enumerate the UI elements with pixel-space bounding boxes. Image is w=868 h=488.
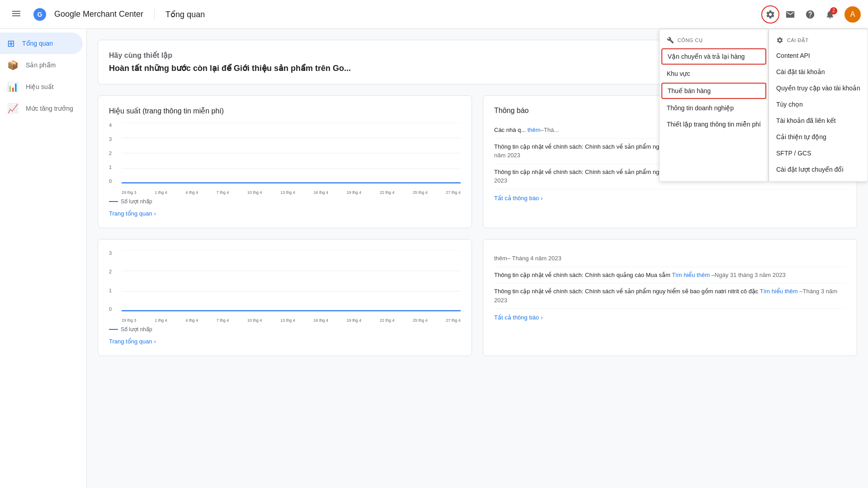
settings-button[interactable] [761, 5, 779, 23]
menu-sftp-gcs[interactable]: SFTP / GCS [769, 145, 868, 161]
performance-title-1: Hiệu suất (trang thông tin miễn phí) [109, 107, 461, 115]
sidebar-item-tong-quan[interactable]: ⊞ Tổng quan [0, 33, 83, 54]
notif-item-2a: thêm– Tháng 4 năm 2023 [494, 250, 846, 267]
notif-item-2c: Thông tin cập nhật về chính sách: Chính … [494, 283, 846, 309]
performance-card-1: Hiệu suất (trang thông tin miễn phí) 4 3… [98, 95, 472, 228]
sidebar: ⊞ Tổng quan 📦 Sản phẩm 📊 Hiệu suất 📈 Mức… [0, 29, 87, 488]
menu-quyen-truy-cap[interactable]: Quyền truy cập vào tài khoản [769, 80, 868, 96]
notifications-button[interactable]: 2 [821, 5, 839, 23]
header-left: G Google Merchant Center Tổng quan [7, 5, 205, 24]
sidebar-item-hieu-suat[interactable]: 📊 Hiệu suất [0, 76, 83, 98]
chart2-area [122, 250, 461, 312]
mail-button[interactable] [781, 5, 799, 23]
notif-link-2c[interactable]: Tìm hiểu thêm [760, 288, 798, 295]
sidebar-label-tong-quan: Tổng quan [22, 40, 53, 47]
chart1-legend-label: Số lượt nhấp [121, 198, 152, 205]
tools-menu: CÔNG CỤ Vận chuyển và trả lại hàng Khu v… [659, 29, 769, 182]
svg-text:G: G [38, 11, 42, 18]
menu-cai-thien[interactable]: Cải thiện tự động [769, 129, 868, 145]
settings-section-icon [776, 37, 783, 44]
chart2-y-axis: 3 2 1 0 [109, 250, 120, 312]
menu-thong-tin-dn[interactable]: Thông tin doanh nghiệp [660, 100, 768, 116]
menu-tk-lien-ket[interactable]: Tài khoản đã liên kết [769, 113, 868, 129]
legend-line-2 [109, 329, 118, 330]
header: G Google Merchant Center Tổng quan 2 [0, 0, 868, 29]
chart1-area [122, 122, 461, 184]
legend-line-1 [109, 201, 118, 202]
menu-tuy-chon[interactable]: Tùy chọn [769, 96, 868, 113]
settings-section-header: CÀI ĐẶT [769, 33, 868, 47]
notif-link-1a[interactable]: thêm [528, 127, 541, 133]
tools-section-header: CÔNG CỤ [660, 33, 768, 47]
all-notifications-link-2[interactable]: Tất cả thông báo › [494, 314, 846, 321]
help-button[interactable] [801, 5, 819, 23]
avatar[interactable]: A [844, 6, 861, 23]
chart1-legend: Số lượt nhấp [109, 198, 461, 205]
menu-van-chuyen[interactable]: Vận chuyển và trả lại hàng [661, 48, 766, 65]
page-title: Tổng quan [165, 9, 205, 19]
header-divider [154, 9, 155, 20]
chart1-link[interactable]: Trang tổng quan › [109, 210, 461, 217]
chart2-link[interactable]: Trang tổng quan › [109, 338, 461, 345]
help-icon [805, 9, 815, 19]
chart-1: 4 3 2 1 0 29 t [109, 122, 461, 195]
chart1-y-axis: 4 3 2 1 0 [109, 122, 120, 184]
menu-khu-vuc[interactable]: Khu vực [660, 66, 768, 82]
chart1-x-axis: 29 thg 3 1 thg 4 4 thg 4 7 thg 4 10 thg … [122, 190, 461, 195]
products-icon: 📦 [7, 60, 19, 70]
notif-link-2b[interactable]: Tìm hiểu thêm [672, 272, 710, 278]
menu-cai-dat-tk[interactable]: Cài đặt tài khoản [769, 64, 868, 80]
google-logo: G [33, 7, 47, 22]
wrench-icon [667, 37, 674, 44]
menu-content-api[interactable]: Content API [769, 47, 868, 64]
notification-card-2: thêm– Tháng 4 năm 2023 Thông tin cập nhậ… [483, 239, 857, 356]
chart1-svg [122, 122, 461, 184]
notification-badge: 2 [830, 7, 837, 14]
app-title: Google Merchant Center [54, 9, 143, 19]
google-icon: G [33, 7, 47, 22]
sidebar-label-hieu-suat: Hiệu suất [26, 83, 54, 90]
menu-thiet-lap-trang[interactable]: Thiết lập trang thông tin miễn phí [660, 116, 768, 132]
chart2-svg [122, 250, 461, 312]
all-notifications-link-1[interactable]: Tất cả thông báo › [494, 195, 846, 202]
chart2-legend: Số lượt nhấp [109, 326, 461, 333]
menu-thue-ban-hang[interactable]: Thuế bán hàng [661, 83, 766, 99]
menu-button[interactable] [7, 5, 25, 24]
menu-luot-chuyen-doi[interactable]: Cài đặt lượt chuyển đổi [769, 161, 868, 178]
chart2-legend-label: Số lượt nhấp [121, 326, 152, 333]
mail-icon [785, 9, 795, 19]
chart-2: 3 2 1 0 29 thg 3 1 thg 4 [109, 250, 461, 323]
sidebar-label-tang-truong: Mức tăng trưởng [26, 105, 73, 112]
home-icon: ⊞ [7, 38, 15, 49]
dropdown-overlay: CÔNG CỤ Vận chuyển và trả lại hàng Khu v… [659, 29, 868, 182]
header-right: 2 A [761, 5, 861, 23]
performance-icon: 📊 [7, 81, 19, 92]
settings-menu: CÀI ĐẶT Content API Cài đặt tài khoản Qu… [769, 29, 868, 182]
notif-item-2b: Thông tin cập nhật về chính sách: Chính … [494, 267, 846, 284]
sidebar-item-tang-truong[interactable]: 📈 Mức tăng trưởng [0, 98, 83, 119]
sidebar-item-san-pham[interactable]: 📦 Sản phẩm [0, 54, 83, 76]
performance-card-2: 3 2 1 0 29 thg 3 1 thg 4 [98, 239, 472, 356]
gear-icon [765, 9, 775, 19]
chart2-x-axis: 29 thg 3 1 thg 4 4 thg 4 7 thg 4 10 thg … [122, 318, 461, 323]
growth-icon: 📈 [7, 103, 19, 114]
sidebar-label-san-pham: Sản phẩm [26, 61, 56, 69]
